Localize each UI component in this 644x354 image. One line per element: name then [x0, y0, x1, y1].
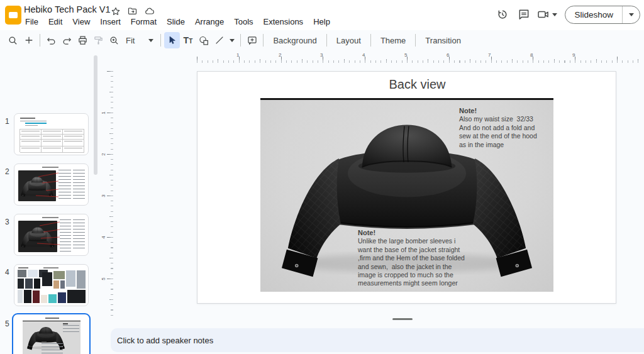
- slide-number-4: 4: [5, 268, 9, 277]
- document-title[interactable]: Hebiko Tech Pack V1: [24, 4, 111, 14]
- transition-button[interactable]: Transition: [419, 32, 467, 48]
- menu-insert[interactable]: Insert: [95, 16, 126, 28]
- cloud-saved-icon[interactable]: [144, 6, 155, 16]
- menu-tools[interactable]: Tools: [229, 16, 258, 28]
- insert-comment-icon[interactable]: [244, 32, 260, 48]
- page-resize-handle[interactable]: [392, 318, 413, 320]
- slide-number-3: 3: [5, 218, 9, 226]
- slide-thumbnail-3[interactable]: [14, 214, 89, 256]
- meet-dropdown-caret[interactable]: [552, 13, 557, 16]
- comments-icon[interactable]: [513, 4, 535, 25]
- line-tool-caret[interactable]: [230, 39, 235, 42]
- note-bottom-textbox[interactable]: Note! Unlike the large bomber sleeves i …: [358, 229, 474, 288]
- app-header: Hebiko Tech Pack V1 File Edit View Inser…: [0, 0, 644, 30]
- background-button[interactable]: Background: [267, 32, 323, 48]
- menu-edit[interactable]: Edit: [43, 16, 67, 28]
- slide-thumbnail-1[interactable]: [14, 113, 89, 155]
- menu-format[interactable]: Format: [126, 16, 162, 28]
- star-icon[interactable]: [111, 6, 121, 16]
- slide-number-5: 5: [5, 319, 9, 328]
- slides-logo[interactable]: [5, 6, 21, 25]
- speaker-notes-input[interactable]: Click to add speaker notes: [111, 328, 644, 352]
- filmstrip-scrollbar[interactable]: [94, 55, 97, 175]
- annotation-lines: [14, 214, 89, 256]
- menu-help[interactable]: Help: [308, 16, 335, 28]
- zoom-in-icon[interactable]: [106, 32, 122, 48]
- slide-thumbnail-5-selected[interactable]: [12, 313, 91, 354]
- redo-button[interactable]: [59, 32, 75, 48]
- vertical-ruler: 1 2 3 4 5: [103, 71, 113, 318]
- slide-page[interactable]: Back view Note! Also my waist size 32/33…: [197, 71, 616, 304]
- slide-number-2: 2: [5, 167, 9, 176]
- menu-extensions[interactable]: Extensions: [258, 16, 309, 28]
- note-top-textbox[interactable]: Note! Also my waist size 32/33 And do no…: [459, 107, 548, 149]
- menu-slide[interactable]: Slide: [162, 16, 190, 28]
- slide-filmstrip: 1 2 3 4: [0, 50, 93, 354]
- annotation-lines: [14, 164, 89, 206]
- jacket-back-image[interactable]: Note! Also my waist size 32/33 And do no…: [260, 98, 553, 292]
- line-tool-button[interactable]: [211, 32, 227, 48]
- search-menus-icon[interactable]: [5, 32, 21, 48]
- menu-view[interactable]: View: [67, 16, 95, 28]
- google-slides-app: Hebiko Tech Pack V1 File Edit View Inser…: [0, 0, 644, 354]
- version-history-icon[interactable]: [492, 4, 513, 25]
- backview-mini-image: [23, 321, 80, 354]
- speaker-notes-placeholder: Click to add speaker notes: [111, 336, 213, 345]
- menu-bar: File Edit View Insert Format Slide Arran…: [20, 16, 335, 28]
- text-box-button[interactable]: TT: [180, 32, 196, 48]
- menu-arrange[interactable]: Arrange: [190, 16, 229, 28]
- zoom-fit-select[interactable]: Fit: [122, 36, 157, 45]
- layout-button[interactable]: Layout: [330, 32, 367, 48]
- meet-camera-icon[interactable]: [535, 4, 552, 25]
- move-folder-icon[interactable]: [127, 6, 138, 16]
- slide-thumbnail-2[interactable]: [14, 163, 89, 206]
- canvas-area: 1 2 3 4 5 6 7 8 9 1 2 3 4 5 Back view No…: [98, 50, 644, 354]
- slide-number-1: 1: [5, 117, 9, 126]
- print-icon[interactable]: [75, 32, 91, 48]
- paint-format-icon[interactable]: [91, 32, 106, 48]
- slide-title[interactable]: Back view: [389, 77, 445, 92]
- shape-tool-button[interactable]: [196, 32, 211, 48]
- slideshow-button[interactable]: Slideshow: [565, 10, 622, 19]
- theme-button[interactable]: Theme: [374, 32, 412, 48]
- intro-table: [19, 129, 84, 152]
- slideshow-dropdown[interactable]: [622, 6, 640, 24]
- new-slide-button[interactable]: [21, 32, 36, 48]
- main-toolbar: Fit TT Background Layout Theme Transitio…: [0, 30, 644, 50]
- undo-button[interactable]: [43, 32, 59, 48]
- slide-thumbnail-4[interactable]: [14, 264, 89, 306]
- menu-file[interactable]: File: [20, 16, 43, 28]
- horizontal-ruler: 1 2 3 4 5 6 7 8 9: [197, 53, 640, 63]
- select-tool-button[interactable]: [164, 32, 180, 48]
